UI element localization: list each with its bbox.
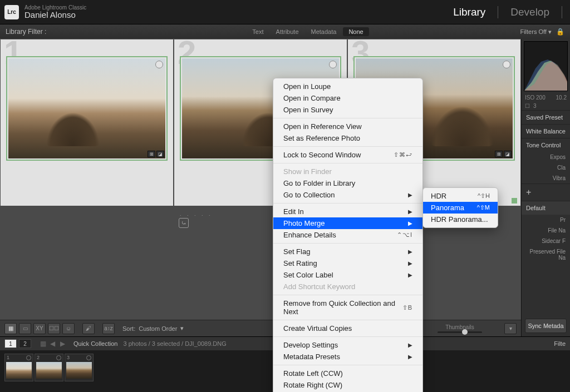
- ctx-open-reference[interactable]: Open in Reference View: [273, 121, 422, 132]
- ctx-go-collection[interactable]: Go to Collection▶: [273, 189, 422, 201]
- nav-forward-button[interactable]: ▶: [60, 340, 68, 348]
- lock-icon[interactable]: 🔒: [556, 28, 564, 36]
- filter-tab-text[interactable]: Text: [247, 27, 269, 36]
- view-grid-button[interactable]: ▦: [4, 323, 17, 334]
- ctx-open-loupe[interactable]: Open in Loupe: [273, 81, 422, 92]
- ctx-open-survey[interactable]: Open in Survey: [273, 104, 422, 116]
- ctx-set-flag[interactable]: Set Flag▶: [273, 246, 422, 257]
- flag-icon[interactable]: [329, 61, 337, 68]
- ctx-open-compare[interactable]: Open in Compare: [273, 92, 422, 104]
- submenu-arrow-icon: ▶: [408, 220, 412, 226]
- thumbnail-frame[interactable]: ⊞ ◪: [6, 56, 168, 161]
- ctx-enhance-details[interactable]: Enhance Details⌃⌥I: [273, 229, 422, 241]
- filmstrip-filter-label[interactable]: Filte: [554, 340, 566, 347]
- flag-icon[interactable]: [56, 355, 61, 360]
- flag-icon[interactable]: [155, 61, 163, 68]
- ctx-lock-second[interactable]: Lock to Second Window⇧⌘⮐: [273, 149, 422, 161]
- flag-icon[interactable]: [503, 61, 510, 68]
- panel-default[interactable]: Default: [522, 201, 570, 215]
- collection-name[interactable]: Quick Collection: [73, 340, 117, 347]
- ctx-photo-merge[interactable]: Photo Merge▶: [273, 217, 422, 229]
- filter-tab-none[interactable]: None: [343, 27, 368, 36]
- thumbnail-slider[interactable]: [438, 331, 482, 333]
- panel-tone-control[interactable]: Tone Control: [522, 138, 570, 152]
- toolbar-options-button[interactable]: ▾: [504, 323, 517, 334]
- ctx-rotate-left[interactable]: Rotate Left (CCW): [273, 368, 422, 379]
- separator: [273, 203, 422, 204]
- view-survey-button[interactable]: ☐☐: [48, 323, 60, 334]
- filter-tab-attribute[interactable]: Attribute: [271, 27, 304, 36]
- tone-exposure[interactable]: Expos: [522, 152, 570, 162]
- separator: [273, 336, 422, 337]
- sync-metadata-button[interactable]: Sync Metada: [525, 319, 567, 333]
- ctx-go-folder[interactable]: Go to Folder in Library: [273, 177, 422, 189]
- painter-tool[interactable]: 🖌: [82, 323, 95, 334]
- sort-direction-button[interactable]: a↕z: [102, 323, 115, 334]
- monitor-1[interactable]: 1: [4, 339, 17, 348]
- preset-short: Pr: [522, 215, 570, 225]
- flag-icon[interactable]: [86, 355, 91, 360]
- badge-icon[interactable]: ⊞: [495, 151, 503, 157]
- view-loupe-button[interactable]: ▭: [19, 323, 31, 334]
- ctx-set-color[interactable]: Set Color Label▶: [273, 269, 422, 281]
- submenu-panorama[interactable]: Panorama^⇧M: [423, 202, 498, 214]
- module-develop[interactable]: Develop: [510, 6, 549, 18]
- filters-off-dropdown[interactable]: Filters Off ▾: [520, 28, 552, 36]
- submenu-arrow-icon: ▶: [408, 354, 412, 360]
- ctx-develop-settings[interactable]: Develop Settings▶: [273, 339, 422, 351]
- filmstrip-nav: ▦ ◀ ▶: [40, 340, 68, 348]
- thumbnail-size-control[interactable]: Thumbnails: [438, 324, 499, 333]
- thumb-number: 3: [67, 355, 70, 360]
- stack-icon[interactable]: ⤿: [179, 218, 189, 228]
- nav-back-button[interactable]: ◀: [50, 340, 58, 348]
- badge-icon[interactable]: ⊞: [148, 151, 155, 157]
- view-people-button[interactable]: ☺: [62, 323, 75, 334]
- sort-selector[interactable]: Sort: Custom Order ▾: [122, 325, 184, 332]
- shortcut: ⇧⌘⮐: [394, 151, 412, 158]
- filmstrip-thumb[interactable]: 2: [35, 354, 63, 381]
- module-switcher: Library Develop: [453, 6, 566, 18]
- tone-vibrance[interactable]: Vibra: [522, 173, 570, 183]
- submenu-hdr-panorama[interactable]: HDR Panorama...: [423, 214, 498, 225]
- submenu-arrow-icon: ▶: [408, 192, 412, 198]
- tone-clarity[interactable]: Cla: [522, 162, 570, 173]
- add-panel-button[interactable]: +: [522, 183, 570, 201]
- flag-icon[interactable]: [26, 355, 31, 360]
- shortcut: ^⇧M: [477, 204, 490, 211]
- filmstrip-thumb[interactable]: 3: [65, 354, 94, 381]
- histogram[interactable]: [524, 41, 568, 91]
- filter-tabs: Text Attribute Metadata None: [247, 27, 368, 36]
- badge-icon[interactable]: ◪: [156, 151, 164, 157]
- ctx-remove-qc-next[interactable]: Remove from Quick Collection and Next⇧B: [273, 297, 422, 317]
- ctx-set-rating[interactable]: Set Rating▶: [273, 257, 422, 269]
- grid-cell[interactable]: 1 ⊞ ◪: [1, 39, 173, 206]
- color-label[interactable]: [512, 198, 517, 204]
- panel-white-balance[interactable]: White Balance: [522, 124, 570, 138]
- meta-sidecar: Sidecar F: [522, 236, 570, 246]
- right-panel: ISO 200 10.2 ☐ 3 Saved Preset White Bala…: [521, 39, 570, 336]
- submenu-hdr[interactable]: HDR^⇧H: [423, 190, 498, 202]
- grid-mini-icon[interactable]: ▦: [40, 340, 48, 348]
- ctx-create-virtual-copies[interactable]: Create Virtual Copies: [273, 322, 422, 334]
- ctx-edit-in[interactable]: Edit In▶: [273, 206, 422, 217]
- monitor-2[interactable]: 2: [19, 339, 31, 348]
- panel-saved-preset[interactable]: Saved Preset: [522, 110, 570, 124]
- thumbnail-badges: ⊞ ◪: [495, 151, 512, 157]
- ctx-metadata-presets[interactable]: Metadata Presets▶: [273, 351, 422, 363]
- filter-tab-metadata[interactable]: Metadata: [306, 27, 342, 36]
- view-compare-button[interactable]: XY: [33, 323, 46, 334]
- module-library[interactable]: Library: [453, 6, 485, 18]
- chevron-down-icon: ▾: [548, 28, 552, 35]
- monitor-selector: 1 2: [4, 339, 31, 348]
- filmstrip-thumb[interactable]: 1: [4, 354, 33, 381]
- separator: [273, 243, 422, 244]
- histogram-meta: ISO 200 10.2: [522, 93, 570, 102]
- separator: [273, 320, 422, 320]
- ctx-set-reference[interactable]: Set as Reference Photo: [273, 132, 422, 144]
- separator: [273, 146, 422, 147]
- separator: [273, 163, 422, 163]
- ctx-rotate-right[interactable]: Rotate Right (CW): [273, 379, 422, 391]
- badge-icon[interactable]: ◪: [504, 151, 512, 157]
- rating-dots[interactable]: · · · · ·: [180, 212, 213, 218]
- focal-value: 10.2: [556, 95, 567, 101]
